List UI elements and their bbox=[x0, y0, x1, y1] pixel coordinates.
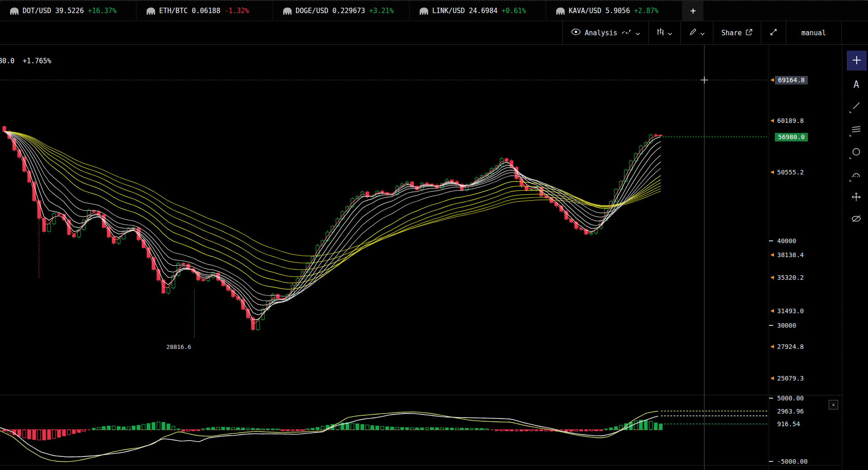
submenu-mark bbox=[849, 111, 852, 113]
alert-triangle-icon[interactable] bbox=[770, 276, 774, 279]
share-button[interactable]: Share bbox=[713, 21, 761, 44]
close-icon: ✕ bbox=[832, 402, 835, 408]
close-indicator-button[interactable]: ✕ bbox=[829, 400, 838, 409]
low-price-label: 28816.6 bbox=[166, 343, 191, 350]
tool-parallel-lines-button[interactable] bbox=[848, 121, 865, 138]
pair-label: KAVA/USD bbox=[569, 7, 601, 15]
chart-toolbar: Analysis bbox=[0, 21, 868, 45]
analysis-chart-icon bbox=[621, 28, 632, 37]
price-axis-label: 40000 bbox=[777, 237, 796, 245]
price-label: 5.9056 bbox=[605, 7, 630, 15]
change-label: +2.87% bbox=[634, 7, 658, 15]
price-axis-label: 5000.00 bbox=[777, 394, 804, 403]
price-label: 24.6984 bbox=[469, 7, 497, 15]
kraken-logo-icon bbox=[555, 6, 565, 16]
ticker-tab[interactable]: KAVA/USD5.9056+2.87% bbox=[546, 1, 683, 21]
kraken-logo-icon bbox=[419, 6, 428, 16]
chevron-down-icon bbox=[668, 29, 672, 37]
crosshair-price-label: 69164.8 bbox=[775, 76, 808, 85]
change-label: +3.21% bbox=[369, 7, 394, 15]
price-axis-label: 35320.2 bbox=[777, 273, 804, 282]
trendline-icon bbox=[852, 101, 861, 112]
expand-icon bbox=[769, 28, 778, 38]
axis-tick bbox=[769, 461, 773, 462]
alert-triangle-icon[interactable] bbox=[770, 78, 774, 82]
alert-triangle-icon[interactable] bbox=[770, 345, 774, 348]
analysis-label: Analysis bbox=[585, 29, 617, 37]
price-axis-label: 60189.8 bbox=[777, 117, 804, 125]
pair-label: DOT/USD bbox=[23, 7, 51, 15]
tool-trendline-button[interactable] bbox=[848, 98, 865, 115]
price-axis-label: 25079.3 bbox=[777, 374, 804, 383]
last-price-label: 56980.0 bbox=[775, 133, 808, 141]
tool-text-button[interactable]: A bbox=[848, 76, 865, 94]
toolbar-button-group: Analysis bbox=[562, 21, 842, 44]
trading-terminal: DOT/USD39.5226+16.37%ETH/BTC0.06188-1.32… bbox=[0, 0, 868, 470]
pencil-icon bbox=[689, 28, 697, 38]
oscillator-pane bbox=[0, 411, 662, 462]
kraken-logo-icon bbox=[9, 6, 19, 16]
add-tab-button[interactable]: + bbox=[683, 1, 703, 21]
price-axis-label: 30000 bbox=[777, 321, 796, 330]
ticker-tab[interactable]: DOGE/USD0.229673+3.21% bbox=[273, 1, 410, 21]
price-label: 0.229673 bbox=[332, 7, 365, 15]
chevron-down-icon bbox=[636, 29, 640, 37]
fullscreen-button[interactable] bbox=[761, 21, 786, 44]
draw-button[interactable] bbox=[680, 21, 713, 44]
ticker-tab[interactable]: DOT/USD39.5226+16.37% bbox=[0, 1, 137, 21]
alert-triangle-icon[interactable] bbox=[770, 170, 774, 174]
kraken-logo-icon bbox=[282, 6, 292, 16]
ticker-tab[interactable]: ETH/BTC0.06188-1.32% bbox=[137, 1, 273, 21]
eye-icon bbox=[571, 28, 581, 37]
parallel-lines-icon bbox=[851, 125, 861, 135]
candles-icon bbox=[657, 28, 664, 38]
submenu-mark bbox=[849, 179, 852, 182]
axis-tick bbox=[769, 398, 773, 399]
price-label: 0.06188 bbox=[192, 7, 220, 15]
pair-label: ETH/BTC bbox=[159, 7, 188, 15]
price-axis-label: 38138.4 bbox=[777, 251, 804, 259]
move-icon bbox=[851, 192, 861, 203]
chart-style-button[interactable] bbox=[648, 21, 680, 44]
ticker-tabbar: DOT/USD39.5226+16.37%ETH/BTC0.06188-1.32… bbox=[0, 0, 868, 21]
tool-arc-button[interactable] bbox=[848, 166, 865, 183]
alert-triangle-icon[interactable] bbox=[770, 253, 774, 257]
manual-button[interactable]: manual bbox=[786, 21, 841, 44]
price-label: 39.5226 bbox=[55, 7, 84, 15]
arc-icon bbox=[851, 170, 861, 180]
price-axis[interactable]: ✕ 69164.860189.856980.050555.24000038138… bbox=[769, 45, 842, 470]
submenu-mark bbox=[849, 157, 852, 159]
ellipse-icon bbox=[852, 147, 861, 158]
pair-label: DOGE/USD bbox=[296, 7, 328, 15]
manual-label: manual bbox=[802, 29, 826, 37]
share-label: Share bbox=[722, 29, 742, 37]
alert-triangle-icon[interactable] bbox=[770, 376, 774, 380]
kraken-logo-icon bbox=[146, 6, 155, 16]
analysis-button[interactable]: Analysis bbox=[563, 21, 648, 44]
main-chart[interactable] bbox=[0, 45, 769, 470]
price-axis-label: 2963.96 bbox=[777, 407, 804, 416]
change-label: -1.32% bbox=[224, 7, 249, 15]
plus-icon bbox=[852, 55, 862, 66]
svg-text:A: A bbox=[854, 79, 859, 90]
ticker-tab[interactable]: LINK/USD24.6984+0.61% bbox=[410, 1, 546, 21]
axis-tick bbox=[769, 325, 773, 326]
price-axis-label: 50555.2 bbox=[777, 168, 804, 177]
alert-triangle-icon[interactable] bbox=[770, 119, 774, 122]
price-axis-label: 31493.0 bbox=[777, 307, 804, 315]
drawing-toolbar: A bbox=[842, 45, 868, 470]
price-axis-label: 27924.8 bbox=[777, 343, 804, 351]
crosshair-cursor bbox=[701, 76, 708, 84]
tool-add-button[interactable] bbox=[847, 51, 867, 70]
tool-move-button[interactable] bbox=[848, 189, 865, 206]
change-label: +16.37% bbox=[88, 7, 116, 15]
tool-hide-drawings-button[interactable] bbox=[848, 211, 865, 228]
submenu-mark bbox=[849, 134, 852, 136]
price-axis-label: -5000.00 bbox=[777, 457, 807, 466]
axis-tick bbox=[769, 240, 773, 241]
price-axis-label: 916.54 bbox=[777, 420, 800, 428]
alert-triangle-icon[interactable] bbox=[770, 309, 774, 313]
change-label: +0.61% bbox=[501, 7, 526, 15]
external-link-icon bbox=[745, 28, 753, 38]
tool-ellipse-button[interactable] bbox=[848, 144, 865, 161]
